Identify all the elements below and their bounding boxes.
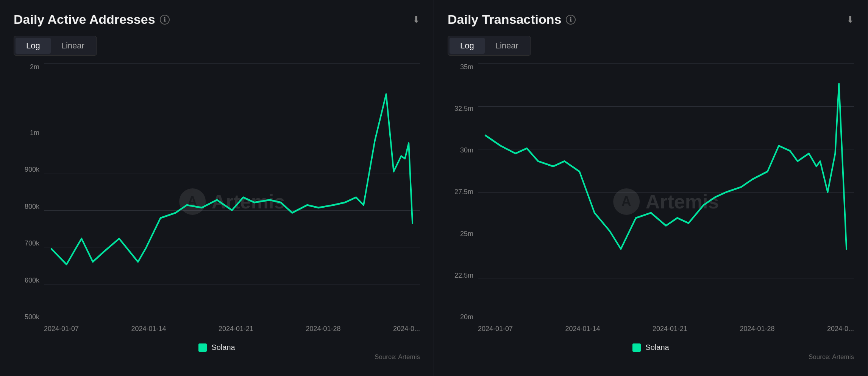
toggle-group-1: Log Linear [14, 36, 97, 56]
y-label-1-3: 900k [25, 166, 39, 174]
y-axis-2: 35m 32.5m 30m 27.5m 25m 22.5m 20m [448, 63, 478, 340]
chart-body-2: A Artemis 2024-01-07 2024-01-14 2024-01-… [478, 63, 854, 340]
x-label-1-0: 2024-01-07 [44, 325, 79, 333]
chart-body-1: A Artemis 2024-01-07 2024-01-14 2024-01-… [44, 63, 420, 340]
y-axis-1: 2m 1m 900k 800k 700k 600k 500k [14, 63, 44, 340]
y-label-1-5: 700k [25, 239, 39, 247]
download-icon-2[interactable]: ⬇ [846, 14, 854, 25]
y-label-1-6: 600k [25, 277, 39, 284]
x-label-2-0: 2024-01-07 [478, 325, 513, 333]
legend-color-1 [198, 343, 207, 352]
panel-header-1: Daily Active Addresses ℹ ⬇ [14, 12, 420, 27]
y-label-2-2: 30m [460, 146, 473, 154]
log-toggle-1[interactable]: Log [16, 38, 51, 54]
title-group-1: Daily Active Addresses ℹ [14, 12, 170, 27]
y-label-1-7: 500k [25, 313, 39, 321]
x-axis-1: 2024-01-07 2024-01-14 2024-01-21 2024-01… [44, 321, 420, 340]
x-label-1-3: 2024-01-28 [306, 325, 340, 333]
daily-active-addresses-panel: Daily Active Addresses ℹ ⬇ Log Linear 2m… [0, 0, 434, 376]
y-label-1-2: 1m [30, 129, 39, 137]
legend-label-1: Solana [211, 343, 235, 352]
y-label-2-6: 20m [460, 313, 473, 321]
chart-title-1: Daily Active Addresses [14, 12, 155, 27]
source-text-2: Source: Artemis [448, 353, 854, 361]
y-label-2-1: 32.5m [454, 105, 473, 113]
info-icon-1[interactable]: ℹ [160, 15, 170, 25]
x-label-2-2: 2024-01-21 [653, 325, 687, 333]
y-label-2-4: 25m [460, 230, 473, 238]
linear-toggle-1[interactable]: Linear [51, 38, 95, 54]
info-icon-2[interactable]: ℹ [566, 15, 576, 25]
x-label-2-3: 2024-01-28 [740, 325, 774, 333]
y-label-1-0: 2m [30, 63, 39, 71]
y-label-2-5: 22.5m [454, 272, 473, 280]
chart-area-2: 35m 32.5m 30m 27.5m 25m 22.5m 20m A Arte… [448, 63, 854, 340]
source-text-1: Source: Artemis [14, 353, 420, 361]
y-label-2-3: 27.5m [454, 188, 473, 196]
panel-header-2: Daily Transactions ℹ ⬇ [448, 12, 854, 27]
title-group-2: Daily Transactions ℹ [448, 12, 576, 27]
x-label-2-1: 2024-01-14 [565, 325, 600, 333]
chart-area-1: 2m 1m 900k 800k 700k 600k 500k A Artem [14, 63, 420, 340]
download-icon-1[interactable]: ⬇ [412, 14, 420, 25]
x-axis-2: 2024-01-07 2024-01-14 2024-01-21 2024-01… [478, 321, 854, 340]
x-label-2-4: 2024-0... [827, 325, 854, 333]
y-label-2-0: 35m [460, 63, 473, 71]
chart-svg-1 [44, 63, 420, 321]
chart-svg-2 [478, 63, 854, 321]
x-label-1-1: 2024-01-14 [131, 325, 166, 333]
legend-row-1: Solana [14, 343, 420, 352]
legend-color-2 [632, 343, 641, 352]
x-label-1-2: 2024-01-21 [219, 325, 253, 333]
chart-title-2: Daily Transactions [448, 12, 561, 27]
linear-toggle-2[interactable]: Linear [485, 38, 529, 54]
toggle-group-2: Log Linear [448, 36, 531, 56]
log-toggle-2[interactable]: Log [450, 38, 485, 54]
x-label-1-4: 2024-0... [393, 325, 420, 333]
legend-row-2: Solana [448, 343, 854, 352]
daily-transactions-panel: Daily Transactions ℹ ⬇ Log Linear 35m 32… [434, 0, 868, 376]
y-label-1-4: 800k [25, 203, 39, 211]
legend-label-2: Solana [645, 343, 669, 352]
